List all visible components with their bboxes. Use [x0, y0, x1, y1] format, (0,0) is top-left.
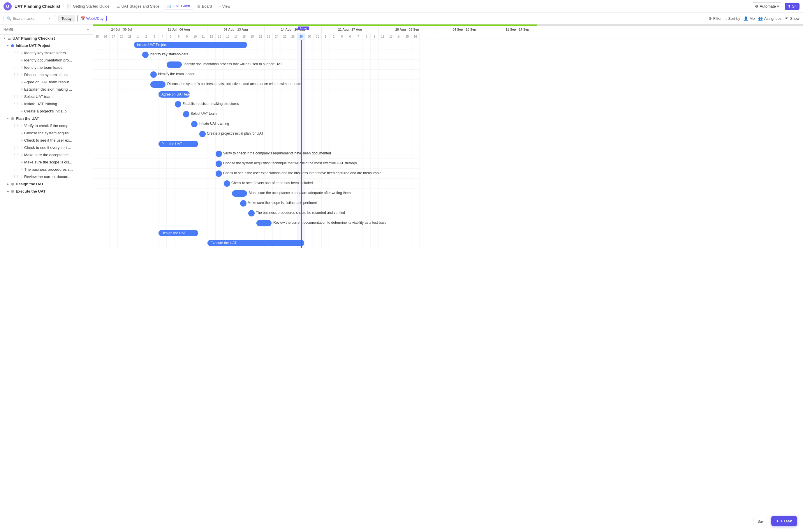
tree-item-t12[interactable]: ⋮⋮↳Check to see if the user ex... [0, 137, 93, 144]
gantt-bar[interactable] [150, 81, 166, 88]
section-label: Plan the UAT [16, 116, 39, 121]
gantt-bar[interactable] [240, 200, 247, 207]
share-button[interactable]: ⬆ Sh [785, 3, 800, 10]
task-drag-handle: ⋮⋮ [13, 153, 19, 157]
day-cell: 2 [142, 33, 150, 40]
task-label: Make sure the scope is dis... [24, 160, 72, 164]
left-panel: NAME + ▼☰UAT Planning Checklist▼Initiate… [0, 24, 93, 532]
tree-item-t14[interactable]: ⋮⋮↳Make sure the acceptance ... [0, 151, 93, 158]
gantt-bar[interactable] [248, 210, 255, 216]
gantt-bar[interactable] [142, 52, 149, 58]
tree-item-t11[interactable]: ⋮⋮↳Choose the system acquisi... [0, 129, 93, 137]
gantt-body: Initiate UAT ProjectIdentify key stakeho… [93, 40, 803, 248]
gantt-bar[interactable]: Design the UAT [158, 230, 198, 236]
search-input[interactable] [13, 16, 47, 21]
toolbar: 🔍 ▾ Today 📅 Week/Day ⚙ Filter ↕ Sort by … [0, 13, 803, 24]
tab-add-view[interactable]: + View [216, 3, 233, 10]
save-hint[interactable]: Sav [753, 517, 768, 526]
day-cell: 19 [248, 33, 256, 40]
tree-item-root[interactable]: ▼☰UAT Planning Checklist [0, 35, 93, 42]
week-day-button[interactable]: 📅 Week/Day [77, 15, 107, 22]
collapse-icon[interactable]: ▼ [2, 36, 6, 40]
tree-item-t8[interactable]: ⋮⋮↳Initiate UAT training [0, 100, 93, 108]
gantt-bar[interactable]: Plan the UAT [158, 141, 198, 147]
gantt-row [93, 159, 420, 169]
section-label: Execute the UAT [16, 189, 45, 193]
search-icon: 🔍 [7, 16, 11, 21]
section-label: Initiate UAT Project [16, 43, 51, 48]
tree-item-t15[interactable]: ⋮⋮↳Make sure the scope is dis... [0, 158, 93, 166]
tree-item-t6[interactable]: ⋮⋮↳Establish decision making ... [0, 86, 93, 93]
task-drag-handle: ⋮⋮ [13, 73, 19, 77]
add-task-button[interactable]: + + Task [771, 516, 797, 526]
sort-by-button[interactable]: ↕ Sort by [725, 16, 740, 21]
automate-button[interactable]: ⚙ Automate ▾ [752, 2, 782, 10]
tree-item-execute[interactable]: ▶Execute the UAT [0, 188, 93, 195]
gantt-bar[interactable] [183, 111, 189, 117]
tree-item-t5[interactable]: ⋮⋮↳Agree on UAT team resour... [0, 78, 93, 86]
month-block: 28 Aug - 03 Sep [379, 26, 436, 33]
tree-item-t2[interactable]: ⋮⋮↳Identify documentation pro... [0, 57, 93, 64]
tree-item-t13[interactable]: ⋮⋮↳Check to see if every sort ... [0, 144, 93, 151]
tree-item-t16[interactable]: ⋮⋮↳The business procedures s... [0, 166, 93, 173]
tab-uat-gantt[interactable]: 📊 UAT Gantt [164, 2, 193, 10]
gantt-bar[interactable] [224, 180, 230, 187]
gantt-bar[interactable]: Execute the UAT [208, 240, 304, 246]
tree-item-t4[interactable]: ⋮⋮↳Discuss the system's busin... [0, 71, 93, 78]
task-subtask-icon: ↳ [20, 160, 23, 164]
gantt-row [93, 178, 420, 189]
tree-item-t10[interactable]: ⋮⋮↳Verify to check if the comp... [0, 122, 93, 129]
gantt-bar[interactable] [256, 220, 271, 226]
gantt-bar[interactable] [167, 61, 182, 68]
gantt-bar[interactable]: Initiate UAT Project [134, 42, 247, 48]
task-subtask-icon: ↳ [20, 131, 23, 135]
gantt-bar[interactable] [216, 160, 222, 167]
gantt-bar[interactable] [150, 71, 157, 78]
add-item-icon[interactable]: + [87, 27, 90, 32]
top-nav: U UAT Planning Checklist 📄 Getting Start… [0, 0, 803, 13]
collapse-icon[interactable]: ▼ [6, 44, 10, 48]
task-label: Identify documentation pro... [24, 58, 72, 62]
collapse-icon[interactable]: ▶ [6, 182, 10, 186]
tab-getting-started[interactable]: 📄 Getting Started Guide [64, 3, 113, 10]
gantt-bar[interactable] [191, 121, 197, 127]
gantt-bar[interactable] [175, 101, 181, 108]
collapse-icon[interactable]: ▶ [6, 189, 10, 193]
tree-item-t9[interactable]: ⋮⋮↳Create a project's initial pl... [0, 108, 93, 115]
tree-item-t7[interactable]: ⋮⋮↳Select UAT team [0, 93, 93, 100]
nav-right: ⚙ Automate ▾ ⬆ Sh [752, 2, 800, 10]
month-block: 07 Aug - 13 Aug [208, 26, 265, 33]
tree-item-t17[interactable]: ⋮⋮↳Review the current docum... [0, 173, 93, 180]
gantt-bar[interactable] [232, 190, 247, 197]
search-box[interactable]: 🔍 ▾ [3, 15, 56, 22]
day-cell: 2 [330, 33, 338, 40]
day-cell: 9 [183, 33, 191, 40]
day-cell: 26 [101, 33, 110, 40]
assignees-button[interactable]: 👥 Assignees [758, 16, 781, 21]
section-dot [11, 117, 14, 120]
gantt-bar[interactable] [216, 170, 222, 177]
today-button[interactable]: Today [58, 15, 75, 22]
tree-item-t3[interactable]: ⋮⋮↳Identify the team leader [0, 64, 93, 71]
section-dot [11, 190, 14, 193]
gantt-row [93, 70, 420, 79]
me-user-icon: 👤 [744, 16, 748, 21]
me-button[interactable]: 👤 Me [744, 16, 754, 21]
tree-item-initiate[interactable]: ▼Initiate UAT Project [0, 42, 93, 49]
gantt-panel[interactable]: 24 Jul - 30 Jul31 Jul - 06 Aug07 Aug - 1… [93, 24, 803, 532]
tree-item-t1[interactable]: ⋮⋮↳Identify key stakeholders [0, 49, 93, 57]
tree-item-plan[interactable]: ▼Plan the UAT [0, 115, 93, 122]
task-drag-handle: ⋮⋮ [13, 168, 19, 171]
gantt-bar[interactable]: Agree on UAT team resources [158, 91, 190, 98]
collapse-icon[interactable]: ▼ [6, 116, 10, 121]
tab-uat-stages[interactable]: ☰ UAT Stages and Steps [114, 3, 162, 10]
filter-button[interactable]: ⚙ Filter [709, 16, 722, 21]
tree-item-design[interactable]: ▶Design the UAT [0, 180, 93, 188]
tab-board[interactable]: ⊞ Board [194, 3, 215, 10]
gantt-bar[interactable] [199, 131, 206, 137]
task-subtask-icon: ↳ [20, 138, 23, 142]
day-cell: 10 [191, 33, 199, 40]
automate-icon: ⚙ [755, 4, 759, 8]
gantt-bar[interactable] [216, 151, 222, 157]
show-button[interactable]: 👁 Show [785, 16, 800, 21]
